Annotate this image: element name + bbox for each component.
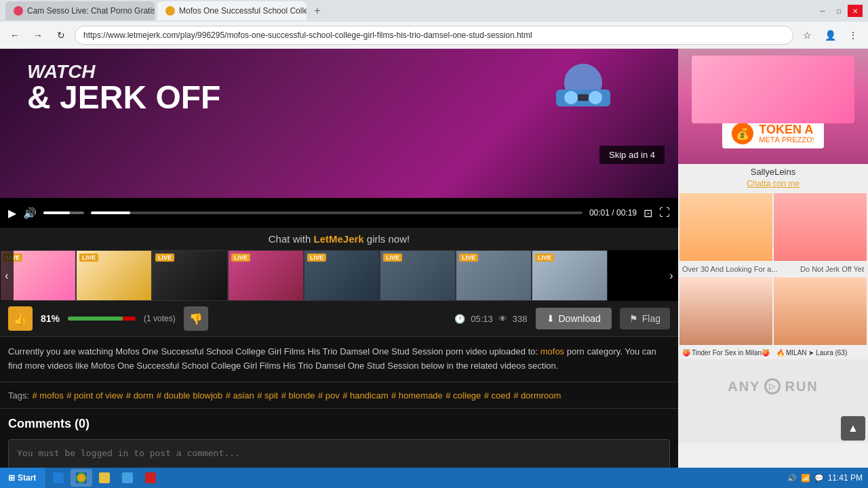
maximize-button[interactable]: □ [831, 5, 846, 17]
live-badge-5: LIVE [307, 253, 326, 262]
bookmark-button[interactable]: ☆ [797, 26, 816, 45]
thumbs-up-button[interactable]: 👍 [8, 306, 33, 331]
download-button[interactable]: ⬇ Download [536, 308, 612, 329]
tags-label: Tags: [8, 390, 29, 401]
new-tab-button[interactable]: + [309, 3, 326, 19]
live-thumb-5[interactable]: LIVE [304, 250, 380, 301]
taskbar-items [45, 468, 781, 488]
live-thumb-2[interactable]: LIVE [76, 250, 152, 301]
close-button[interactable]: ✕ [848, 5, 863, 17]
live-thumb-6[interactable]: LIVE [380, 250, 456, 301]
volume-button[interactable]: 🔊 [23, 207, 37, 220]
tag-homemade[interactable]: # homemade [391, 390, 443, 401]
folder-icon [99, 472, 110, 483]
tag-dormroom[interactable]: # dormroom [513, 390, 561, 401]
video-player[interactable]: WATCH & JERK OFF Skip ad in 4 [0, 49, 678, 198]
screen-mode-button[interactable]: ⊡ [644, 207, 652, 220]
title-bar: Cam Sesso Live: Chat Porno Gratis L... ✕… [0, 0, 868, 22]
tag-spit[interactable]: # spit [257, 390, 278, 401]
description: Currently you are watching Mofos One Suc… [0, 337, 678, 382]
vr-headset-icon [542, 62, 624, 117]
profile-img-3[interactable] [679, 277, 772, 345]
profile-img-2[interactable] [774, 193, 867, 261]
start-button[interactable]: ⊞ Start [0, 468, 45, 488]
minimize-button[interactable]: ─ [815, 5, 830, 17]
cam-label-1: 🍑 Tinder For Sex in Milan🍑 [679, 348, 772, 358]
content-area: WATCH & JERK OFF Skip ad in 4 ▶ 🔊 [0, 49, 868, 488]
chat-banner[interactable]: Chat with LetMeJerk girls now! [0, 228, 678, 250]
anyrun-watermark: ANY ▷ RUN [728, 378, 818, 394]
tag-pov2[interactable]: # pov [318, 390, 340, 401]
thumbs-down-button[interactable]: 👎 [184, 306, 208, 331]
eye-icon: 👁 [498, 314, 507, 324]
tag-college[interactable]: # college [446, 390, 481, 401]
sidebar-ad[interactable]: 💰 TOKEN A METÀ PREZZO! [678, 49, 868, 164]
reload-button[interactable]: ↻ [52, 26, 71, 45]
anyrun-area: ANY ▷ RUN [678, 359, 868, 413]
skip-ad-button[interactable]: Skip ad in 4 [599, 146, 665, 164]
chat-prefix: Chat with [269, 233, 314, 245]
fullscreen-button[interactable]: ⛶ [659, 207, 670, 219]
tag-pov[interactable]: # point of view [66, 390, 123, 401]
live-thumb-4[interactable]: LIVE [228, 250, 304, 301]
tag-asian[interactable]: # asian [226, 390, 254, 401]
tab-2[interactable]: Mofos One Successful School Colleg... ✕ [157, 1, 307, 20]
flag-label: Flag [642, 313, 660, 324]
live-badge-2: LIVE [79, 253, 98, 262]
menu-button[interactable]: ⋮ [844, 26, 863, 45]
nav-bar: ← → ↻ https://www.letmejerk.com/play/996… [0, 22, 868, 49]
profile-img-4[interactable] [774, 277, 867, 345]
description-text: Currently you are watching Mofos One Suc… [8, 345, 670, 373]
vote-bar-fill [68, 317, 123, 321]
strip-prev-button[interactable]: ‹ [0, 250, 14, 301]
sidebar-label-2: Do Not Jerk Off Yet [800, 265, 864, 273]
scroll-up-button[interactable]: ▲ [841, 416, 865, 441]
duration-info: 🕐 05:13 👁 338 [454, 314, 527, 324]
taskbar-antivirus[interactable] [140, 469, 161, 487]
tag-dorm[interactable]: # dorm [126, 390, 153, 401]
scroll-up-area: ▲ [678, 413, 868, 443]
live-thumb-7[interactable]: LIVE [456, 250, 532, 301]
taskbar-chrome[interactable] [71, 469, 92, 487]
tag-mofos[interactable]: # mofos [33, 390, 64, 401]
flag-button[interactable]: ⚑ Flag [620, 308, 670, 329]
taskbar-chrome2[interactable] [117, 469, 138, 487]
sidebar-chat-link[interactable]: Chatta con me [747, 179, 800, 188]
ad-avatar: 💰 [732, 123, 753, 144]
live-thumb-8[interactable]: LIVE [532, 250, 608, 301]
window-controls: ─ □ ✕ [815, 5, 863, 17]
views-value: 338 [513, 314, 528, 324]
svg-point-3 [589, 91, 602, 104]
taskbar-ie[interactable] [47, 469, 69, 487]
main-section: WATCH & JERK OFF Skip ad in 4 ▶ 🔊 [0, 49, 678, 488]
download-icon: ⬇ [547, 313, 555, 324]
back-button[interactable]: ← [5, 26, 24, 45]
volume-slider[interactable] [43, 211, 84, 214]
tags-section: Tags: # mofos # point of view # dorm # d… [0, 382, 678, 409]
live-badge-8: LIVE [535, 253, 554, 262]
forward-button[interactable]: → [28, 26, 47, 45]
play-button[interactable]: ▶ [8, 207, 16, 220]
vote-percentage: 81% [41, 313, 60, 324]
vote-count: (1 votes) [144, 314, 176, 323]
tag-blonde[interactable]: # blonde [281, 390, 315, 401]
download-label: Download [559, 313, 601, 324]
category-link[interactable]: mofos [540, 346, 564, 357]
account-button[interactable]: 👤 [821, 26, 840, 45]
tag-handicam[interactable]: # handicam [342, 390, 388, 401]
tag-double-blowjob[interactable]: # double blowjob [157, 390, 223, 401]
chat-brand: LetMeJerk [313, 233, 363, 245]
tag-coed[interactable]: # coed [484, 390, 511, 401]
tab-1[interactable]: Cam Sesso Live: Chat Porno Gratis L... ✕ [5, 1, 155, 20]
anyrun-play-icon: ▷ [764, 378, 781, 394]
taskbar-folder[interactable] [94, 469, 115, 487]
strip-next-button[interactable]: › [665, 250, 678, 301]
milan-icon: 🔥 [776, 349, 785, 357]
tab-1-icon [14, 6, 23, 16]
live-thumb-3[interactable]: LIVE [152, 250, 228, 301]
chrome2-icon [122, 472, 133, 483]
progress-bar[interactable] [91, 211, 583, 214]
profile-img-1[interactable] [679, 193, 772, 261]
antivirus-icon [145, 472, 156, 483]
address-bar[interactable]: https://www.letmejerk.com/play/996295/mo… [75, 26, 793, 45]
